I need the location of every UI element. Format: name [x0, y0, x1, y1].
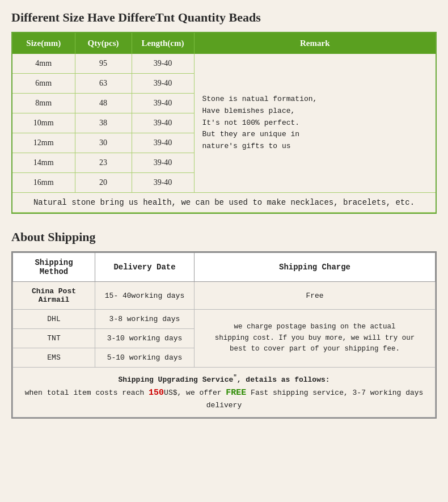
qty-cell: 95 — [75, 54, 132, 74]
len-cell: 39-40 — [132, 173, 194, 193]
shipping-method-cell: EMS — [13, 348, 95, 368]
qty-cell: 20 — [75, 173, 132, 193]
shipping-table-wrapper: Shipping Method Delivery Date Shipping C… — [11, 251, 437, 419]
qty-cell: 30 — [75, 133, 132, 153]
shipping-row-airmail: China Post Airmail 15- 40working days Fr… — [13, 282, 436, 310]
section1-title: Different Size Have DiffereTnt Quantity … — [11, 10, 437, 25]
shipping-delivery-cell: 15- 40working days — [95, 282, 195, 310]
remark-cell: Stone is natual formation, Have blemishe… — [194, 54, 436, 193]
shipping-col-delivery: Delivery Date — [95, 253, 195, 282]
len-cell: 39-40 — [132, 113, 194, 133]
beads-table-wrapper: Size(mm) Qty(pcs) Length(cm) Remark 4mm … — [11, 32, 437, 214]
size-cell: 6mm — [12, 74, 75, 94]
upgrade-amount: 150 — [149, 388, 164, 398]
beads-table-header-row: Size(mm) Qty(pcs) Length(cm) Remark — [12, 33, 436, 54]
shipping-charge-cell: Free — [195, 282, 436, 310]
qty-cell: 63 — [75, 74, 132, 94]
shipping-charge-note: we charge postage basing on the actual s… — [195, 310, 436, 368]
len-cell: 39-40 — [132, 133, 194, 153]
size-cell: 8mm — [12, 94, 75, 113]
shipping-delivery-cell: 3-10 working days — [95, 329, 195, 348]
footer-note-row: Natural stone bring us health, we can be… — [12, 193, 436, 213]
qty-cell: 38 — [75, 113, 132, 133]
shipping-upgrade-row: Shipping Upgrading Service", details as … — [13, 368, 436, 417]
table-row: 4mm 95 39-40 Stone is natual formation, … — [12, 54, 436, 74]
shipping-row-dhl: DHL 3-8 working days we charge postage b… — [13, 310, 436, 329]
qty-cell: 48 — [75, 94, 132, 113]
shipping-col-method: Shipping Method — [13, 253, 95, 282]
qty-cell: 23 — [75, 153, 132, 173]
len-cell: 39-40 — [132, 153, 194, 173]
len-cell: 39-40 — [132, 94, 194, 113]
size-cell: 16mm — [12, 173, 75, 193]
beads-col-len: Length(cm) — [132, 33, 194, 54]
shipping-method-cell: China Post Airmail — [13, 282, 95, 310]
beads-col-size: Size(mm) — [12, 33, 75, 54]
size-cell: 10mm — [12, 113, 75, 133]
size-cell: 4mm — [12, 54, 75, 74]
shipping-header-row: Shipping Method Delivery Date Shipping C… — [13, 253, 436, 282]
shipping-upgrade-note: Shipping Upgrading Service", details as … — [13, 368, 436, 417]
section2-title: About Shipping — [11, 230, 437, 244]
upgrade-free: FREE — [226, 388, 246, 398]
shipping-method-cell: TNT — [13, 329, 95, 348]
size-cell: 12mm — [12, 133, 75, 153]
size-cell: 14mm — [12, 153, 75, 173]
shipping-col-charge: Shipping Charge — [195, 253, 436, 282]
shipping-table: Shipping Method Delivery Date Shipping C… — [12, 252, 436, 417]
beads-col-qty: Qty(pcs) — [75, 33, 132, 54]
shipping-delivery-cell: 3-8 working days — [95, 310, 195, 329]
beads-col-remark: Remark — [194, 33, 436, 54]
shipping-method-cell: DHL — [13, 310, 95, 329]
shipping-delivery-cell: 5-10 working days — [95, 348, 195, 368]
len-cell: 39-40 — [132, 54, 194, 74]
beads-footer-note: Natural stone bring us health, we can be… — [12, 193, 436, 213]
len-cell: 39-40 — [132, 74, 194, 94]
beads-table: Size(mm) Qty(pcs) Length(cm) Remark 4mm … — [12, 33, 436, 213]
